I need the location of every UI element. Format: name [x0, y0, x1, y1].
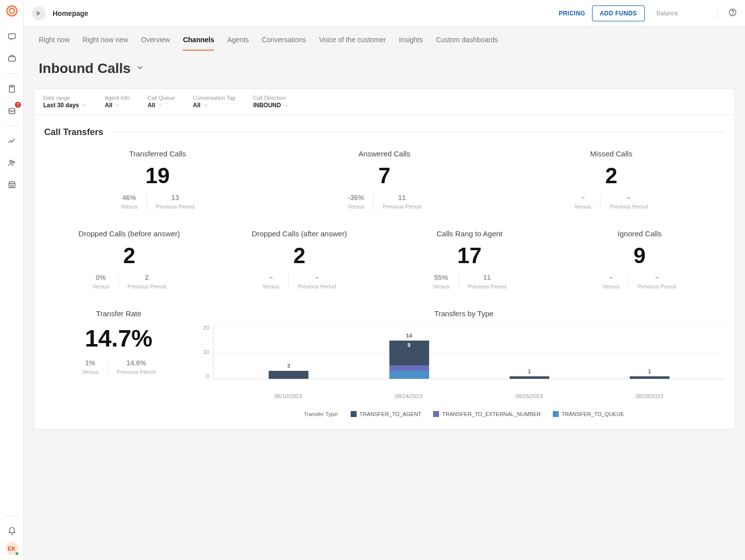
- add-funds-button[interactable]: ADD FUNDS: [592, 5, 644, 21]
- x-tick-label: 08/24/2023: [389, 393, 429, 399]
- tab-right-now-new[interactable]: Right now new: [82, 36, 128, 51]
- transfers-by-type-chart: Transfers by Type 20100 314911 08/10/202…: [203, 309, 725, 417]
- metric-title: Dropped Calls (before answer): [50, 229, 209, 238]
- change-percent: –: [581, 194, 585, 202]
- metric-card: Dropped Calls (before answer)20%Versus2P…: [44, 229, 215, 289]
- legend-swatch: [351, 411, 357, 417]
- versus-label: Versus: [348, 204, 365, 210]
- x-axis: 08/10/202308/24/202308/25/202308/28/2023: [203, 389, 725, 399]
- topbar: Homepage PRICING ADD FUNDS Balance: [24, 0, 745, 27]
- help-icon[interactable]: [728, 8, 737, 19]
- legend-item[interactable]: TRANSFER_TO_QUEUE: [553, 411, 624, 417]
- bar-group[interactable]: 149: [389, 341, 429, 379]
- metric-value: 7: [339, 165, 430, 187]
- panel: Call Transfers Transferred Calls1946%Ver…: [34, 115, 735, 429]
- expand-sidebar-button[interactable]: [32, 6, 46, 20]
- filter-conversation-tag[interactable]: Conversation TagAll: [193, 95, 235, 109]
- previous-label: Previous Period: [382, 204, 421, 210]
- versus-label: Versus: [92, 283, 109, 289]
- metric-card: Dropped Calls (after answer)2–Versus–Pre…: [215, 229, 385, 289]
- bar-group[interactable]: 3: [269, 371, 308, 379]
- metric-card: Answered Calls7-36%Versus11Previous Peri…: [333, 149, 436, 210]
- change-percent: 0%: [96, 274, 106, 281]
- pricing-link[interactable]: PRICING: [559, 10, 586, 17]
- tab-agents[interactable]: Agents: [227, 36, 249, 51]
- tabs: Right nowRight now newOverviewChannelsAg…: [24, 27, 745, 51]
- y-axis: 20100: [203, 325, 213, 379]
- filter-value: All: [148, 102, 175, 109]
- bell-icon[interactable]: [4, 523, 20, 539]
- legend-item[interactable]: TRANSFER_TO_AGENT: [351, 411, 422, 417]
- metric-card: Transferred Calls1946%Versus13Previous P…: [106, 149, 209, 210]
- transfer-rate-card: Transfer Rate 14.7% 1%Versus 14.6%Previo…: [44, 309, 193, 417]
- metric-value: 17: [390, 245, 549, 267]
- avatar[interactable]: EK: [5, 542, 18, 555]
- panel-title: Call Transfers: [44, 127, 103, 138]
- previous-label: Previous Period: [609, 204, 648, 210]
- divider: [5, 516, 19, 516]
- metric-card: Missed Calls2–Versus–Previous Period: [559, 149, 663, 210]
- change-percent: –: [609, 274, 613, 281]
- filter-label: Call Direction: [253, 95, 289, 101]
- change-percent: 1%: [85, 359, 95, 367]
- filter-call-queue[interactable]: Call QueueAll: [148, 95, 175, 109]
- previous-label: Previous Period: [468, 283, 507, 289]
- metric-value: 14.7%: [44, 325, 193, 352]
- page-title: Homepage: [53, 9, 88, 17]
- previous-value: –: [655, 274, 659, 281]
- tab-insights[interactable]: Insights: [399, 36, 423, 51]
- metric-title: Transferred Calls: [112, 149, 203, 158]
- metric-title: Ignored Calls: [561, 229, 719, 238]
- tab-right-now[interactable]: Right now: [39, 36, 70, 51]
- bar-segment: [630, 376, 670, 379]
- filter-call-direction[interactable]: Call DirectionINBOUND: [253, 95, 289, 109]
- tab-overview[interactable]: Overview: [141, 36, 170, 51]
- bar-segment: [389, 365, 429, 371]
- team-icon[interactable]: [4, 155, 20, 171]
- filter-label: Date range: [43, 95, 87, 101]
- legend-item[interactable]: TRANSFER_TO_EXTERNAL_NUMBER: [433, 411, 540, 417]
- tab-channels[interactable]: Channels: [183, 36, 214, 51]
- metric-value: 2: [221, 245, 379, 267]
- metric-title: Answered Calls: [339, 149, 430, 158]
- bar-group[interactable]: 1: [630, 376, 670, 379]
- avatar-initials: EK: [8, 546, 15, 552]
- tab-conversations[interactable]: Conversations: [262, 36, 306, 51]
- bar-segment: [389, 371, 429, 379]
- divider: [5, 73, 19, 74]
- legend-swatch: [553, 411, 559, 417]
- status-indicator: [15, 552, 19, 556]
- previous-label: Previous Period: [117, 369, 155, 375]
- versus-label: Versus: [263, 283, 280, 289]
- inbox-icon[interactable]: 7: [4, 103, 20, 119]
- legend: Transfer Type: TRANSFER_TO_AGENTTRANSFER…: [203, 411, 725, 417]
- bar-total-label: 1: [528, 368, 531, 374]
- legend-swatch: [433, 411, 439, 417]
- versus-label: Versus: [603, 283, 620, 289]
- filter-date-range[interactable]: Date rangeLast 30 days: [43, 95, 87, 109]
- briefcase-icon[interactable]: [4, 51, 20, 67]
- previous-label: Previous Period: [638, 283, 676, 289]
- bar-segment: [269, 371, 308, 379]
- chevron-down-icon[interactable]: [136, 63, 145, 74]
- bar-group[interactable]: 1: [510, 376, 549, 379]
- filter-value: Last 30 days: [43, 102, 87, 109]
- x-tick-label: 08/10/2023: [268, 393, 308, 399]
- svg-point-10: [733, 14, 733, 14]
- metric-title: Transfer Rate: [44, 309, 193, 318]
- filter-value: All: [105, 102, 130, 109]
- tab-custom-dashboards[interactable]: Custom dashboards: [436, 36, 498, 51]
- store-icon[interactable]: [4, 177, 20, 193]
- brand-logo[interactable]: [5, 4, 19, 18]
- clipboard-icon[interactable]: [4, 81, 20, 97]
- filter-agent-info[interactable]: Agent InfoAll: [105, 95, 130, 109]
- chat-icon[interactable]: [4, 29, 20, 45]
- versus-label: Versus: [433, 283, 449, 289]
- svg-point-7: [12, 161, 14, 163]
- metrics-row-mid: Dropped Calls (before answer)20%Versus2P…: [44, 229, 725, 289]
- change-percent: –: [269, 274, 273, 281]
- analytics-icon[interactable]: [4, 133, 20, 149]
- metric-card: Calls Rang to Agent1755%Versus11Previous…: [384, 229, 555, 289]
- tab-voice-of-the-customer[interactable]: Voice of the customer: [319, 36, 386, 51]
- metric-value: 2: [50, 245, 209, 267]
